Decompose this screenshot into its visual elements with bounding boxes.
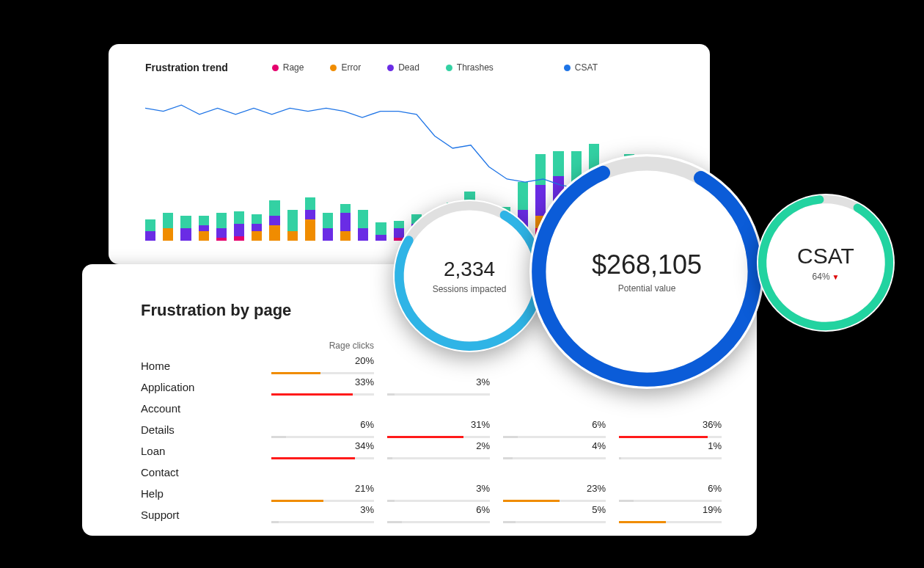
table-cell: 6%	[271, 420, 374, 440]
page-name: Details	[141, 419, 258, 440]
table-cell: 3%	[271, 506, 374, 525]
legend-item-rage: Rage	[272, 62, 304, 73]
dashboard-stage: Frustration trend RageErrorDeadThrashesC…	[29, 29, 895, 539]
page-name: Home	[141, 355, 258, 376]
legend-item-csat: CSAT	[564, 62, 598, 73]
potential-value-gauge: $268,105 Potential value	[529, 154, 764, 389]
table-cell: 34%	[271, 442, 374, 461]
table-cell: 5%	[503, 506, 606, 525]
table-cell	[271, 399, 374, 418]
page-name: Contact	[141, 462, 258, 483]
table-cell	[503, 463, 606, 482]
table-cell: 36%	[619, 420, 722, 440]
svg-point-3	[529, 154, 764, 389]
table-cell	[503, 399, 606, 418]
table-cell: 4%	[503, 442, 606, 461]
page-name: Application	[141, 376, 258, 398]
table-cell: 3%	[387, 484, 490, 503]
legend-item-error: Error	[330, 62, 361, 73]
table-cell	[271, 463, 374, 482]
table-cell: 19%	[619, 506, 722, 525]
table-cell: 31%	[387, 420, 490, 440]
table-cell: 6%	[387, 506, 490, 525]
trend-title: Frustration trend	[145, 62, 228, 73]
table-cell: 6%	[619, 484, 722, 503]
table-cell: 33%	[271, 378, 374, 397]
page-name: Loan	[141, 440, 258, 462]
svg-point-5	[757, 194, 895, 332]
table-cell	[619, 399, 722, 418]
table-cell: 6%	[503, 420, 606, 440]
page-name: Account	[141, 398, 258, 419]
table-cell: 21%	[271, 484, 374, 503]
table-cell: 20%	[271, 357, 374, 376]
table-cell	[387, 463, 490, 482]
table-cell	[619, 463, 722, 482]
table-cell: 3%	[387, 378, 490, 397]
legend-item-thrashes: Thrashes	[446, 62, 494, 73]
table-cell: 2%	[387, 442, 490, 461]
legend-item-dead: Dead	[387, 62, 419, 73]
sessions-impacted-gauge: 2,334 Sessions impacted	[393, 200, 546, 352]
column-header: Rage clicks	[271, 341, 374, 355]
svg-point-1	[393, 200, 546, 352]
trend-legend: RageErrorDeadThrashesCSAT	[272, 62, 598, 73]
table-cell	[387, 357, 490, 376]
page-name: Support	[141, 504, 258, 525]
csat-gauge: CSAT 64%▼	[757, 194, 895, 332]
table-cell: 23%	[503, 484, 606, 503]
page-name: Help	[141, 483, 258, 504]
table-cell	[387, 399, 490, 418]
table-cell: 1%	[619, 442, 722, 461]
